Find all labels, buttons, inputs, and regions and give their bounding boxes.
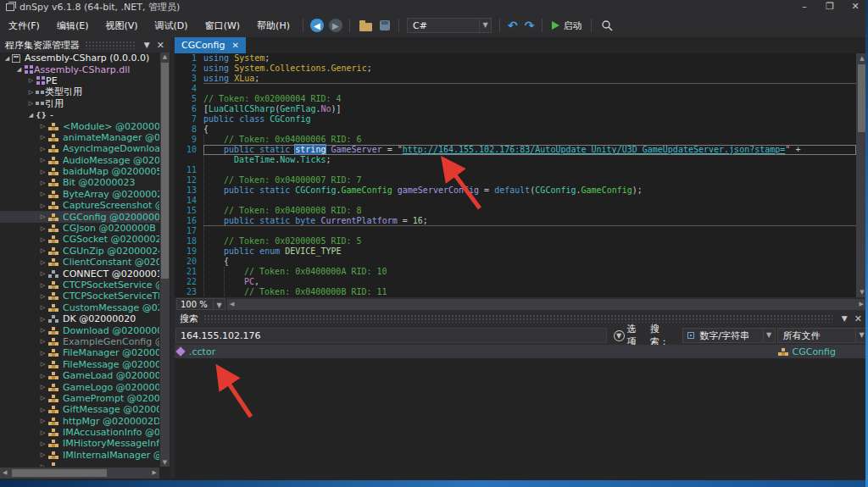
expander-open-icon[interactable]: ◢ (26, 112, 36, 119)
tree-item[interactable]: ▷Download @0200000C (0, 324, 159, 335)
expander-closed-icon[interactable]: ▷ (38, 202, 47, 209)
tree-item[interactable]: ▷IMHistoryMessageInfo (0, 438, 159, 449)
expander-closed-icon[interactable]: ▷ (38, 157, 47, 163)
tree-item[interactable]: ▷CGSocket @0200002A (0, 234, 159, 245)
tree-item[interactable]: ▷PE (0, 75, 159, 86)
expander-open-icon[interactable]: ◢ (14, 66, 24, 73)
expander-closed-icon[interactable]: ▷ (38, 384, 47, 390)
panel-close-icon[interactable]: ✕ (154, 40, 170, 51)
expander-closed-icon[interactable]: ▷ (38, 270, 47, 277)
tree-item[interactable]: ▷httpMgr @0200002D (0, 416, 159, 427)
tab-cgconfig[interactable]: CGConfig ✕ (175, 37, 246, 53)
chevron-down-icon[interactable]: ▼ (763, 329, 775, 342)
expander-closed-icon[interactable]: ▷ (38, 123, 47, 130)
expander-closed-icon[interactable]: ▷ (38, 134, 47, 141)
expander-closed-icon[interactable]: ▷ (38, 350, 47, 357)
tree-item[interactable]: ◢Assembly-CSharp.dll (0, 64, 159, 75)
menu-item[interactable]: 文件(F) (0, 19, 48, 32)
tree-item[interactable]: ▷IMAccusationInfo @020 (0, 427, 159, 438)
tree-item[interactable]: ▷引用 (0, 98, 159, 109)
tree-item[interactable]: ◢Assembly-CSharp (0.0.0.0) (0, 53, 159, 64)
options-chevron-icon[interactable]: ▼ (614, 330, 625, 341)
search-input[interactable] (175, 328, 607, 343)
chevron-down-icon[interactable]: ▼ (213, 299, 225, 309)
expander-closed-icon[interactable]: ▷ (38, 338, 47, 345)
tree-item[interactable]: ▷baiduMap @02000055 (0, 166, 159, 177)
open-file-icon[interactable] (359, 23, 372, 31)
expander-closed-icon[interactable]: ▷ (38, 191, 47, 197)
tree-item[interactable]: ◢{}- (0, 109, 159, 120)
tree-item[interactable]: ▷GiftMessage @020000 (0, 404, 159, 415)
tree-item[interactable]: ▷ByteArray @02000029 (0, 189, 159, 200)
tree-item[interactable]: ▷FileMessage @0200006 (0, 359, 159, 370)
expander-closed-icon[interactable]: ▷ (38, 451, 47, 458)
undo-icon[interactable]: ↶ (508, 19, 518, 32)
panel-menu-icon[interactable]: ▼ (837, 314, 852, 323)
start-button[interactable]: 启动 (563, 19, 581, 32)
menu-item[interactable]: 调试(D) (147, 19, 197, 32)
expander-closed-icon[interactable]: ▷ (38, 180, 47, 186)
tree-item[interactable]: ▷CTCPSocketServiceThre (0, 291, 159, 302)
expander-closed-icon[interactable]: ▷ (38, 247, 47, 254)
tree-item[interactable]: ▷CTCPSocketService @0 (0, 279, 159, 291)
expander-closed-icon[interactable]: ▷ (38, 293, 47, 300)
expander-closed-icon[interactable]: ▷ (38, 225, 47, 232)
expander-closed-icon[interactable]: ▷ (38, 236, 47, 243)
tree-item[interactable]: ▷CGUnZip @02000024 (0, 246, 159, 257)
tree-item[interactable]: ▷<Module> @02000001 (0, 120, 159, 131)
expander-closed-icon[interactable]: ▷ (38, 463, 47, 467)
tree-item[interactable]: ▷GameLoad @02000058 (0, 370, 159, 381)
navigate-back-button[interactable]: ◀ (310, 19, 324, 32)
expander-closed-icon[interactable]: ▷ (38, 169, 47, 175)
expander-closed-icon[interactable]: ▷ (38, 407, 47, 413)
search-type-combobox[interactable]: 数字/字符串 ▼ (682, 328, 775, 343)
tree-vertical-scrollbar[interactable]: ▲ ▼ (160, 53, 170, 467)
expander-closed-icon[interactable]: ▷ (38, 429, 47, 436)
tree-item[interactable]: ▷GamePrompt @020000 (0, 393, 159, 404)
tree-item[interactable]: ▷CONNECT @0200001F (0, 268, 159, 279)
language-combobox[interactable]: C# ▼ (407, 18, 492, 33)
tree-item[interactable]: ▷animateManager @020 (0, 132, 159, 143)
expander-closed-icon[interactable]: ▷ (38, 316, 47, 323)
expander-closed-icon[interactable]: ▷ (38, 259, 47, 266)
code-view[interactable]: 1using System;2using System.Collections.… (175, 53, 856, 297)
tree-item[interactable]: ▷CGJson @0200000B (0, 223, 159, 234)
panel-menu-icon[interactable]: ▼ (140, 41, 154, 49)
tab-close-icon[interactable]: ✕ (232, 41, 239, 50)
zoom-combobox[interactable]: 100 % ▼ (176, 298, 225, 310)
menu-item[interactable]: 窗口(W) (197, 19, 248, 32)
expander-closed-icon[interactable]: ▷ (26, 77, 36, 84)
menu-item[interactable]: 视图(V) (97, 19, 146, 32)
menu-item[interactable]: 帮助(H) (248, 19, 298, 32)
expander-closed-icon[interactable]: ▷ (38, 304, 47, 311)
expander-closed-icon[interactable]: ▷ (38, 373, 47, 379)
save-all-icon[interactable] (380, 20, 390, 30)
tree-item[interactable]: ▷IMInternalManager @0 (0, 450, 159, 461)
menu-item[interactable]: 编辑(E) (48, 19, 97, 32)
search-icon[interactable] (601, 19, 613, 31)
tree-item[interactable]: ▷CaptureScreenshot @0 (0, 200, 159, 211)
redo-icon[interactable]: ↷ (525, 19, 535, 32)
expander-closed-icon[interactable]: ▷ (38, 282, 47, 289)
expander-closed-icon[interactable]: ▷ (38, 395, 47, 401)
expander-closed-icon[interactable]: ▷ (26, 100, 36, 107)
search-result-row[interactable]: .cctorCGConfig (175, 345, 868, 358)
tree-item[interactable]: ▷CGConfig @02000004 (0, 211, 159, 222)
tree-item[interactable]: ▷AudioMessage @02000 (0, 155, 159, 166)
expander-closed-icon[interactable]: ▷ (26, 89, 36, 96)
tree-item[interactable]: ▷GameLogo @0200005A (0, 381, 159, 392)
tree-item[interactable]: ▷ (0, 461, 159, 467)
expander-open-icon[interactable]: ◢ (3, 55, 12, 62)
expander-closed-icon[interactable]: ▷ (38, 213, 47, 220)
expander-closed-icon[interactable]: ▷ (38, 418, 47, 424)
expander-closed-icon[interactable]: ▷ (38, 440, 47, 447)
tree-item[interactable]: ▷FileManager @0200004 (0, 347, 159, 358)
navigate-forward-button[interactable]: ▶ (329, 19, 342, 32)
search-files-combobox[interactable]: 所有文件 ▼ (777, 328, 868, 343)
editor-horizontal-scrollbar[interactable]: ◀ ▶ (227, 299, 866, 310)
tree-item[interactable]: ▷CustomMessage @020 (0, 302, 159, 313)
expander-closed-icon[interactable]: ▷ (38, 327, 47, 334)
start-debug-icon[interactable] (552, 21, 559, 30)
tree-item[interactable]: ▷ClientConstant @02000 (0, 257, 159, 268)
tree-item[interactable]: ▷类型引用 (0, 86, 159, 97)
